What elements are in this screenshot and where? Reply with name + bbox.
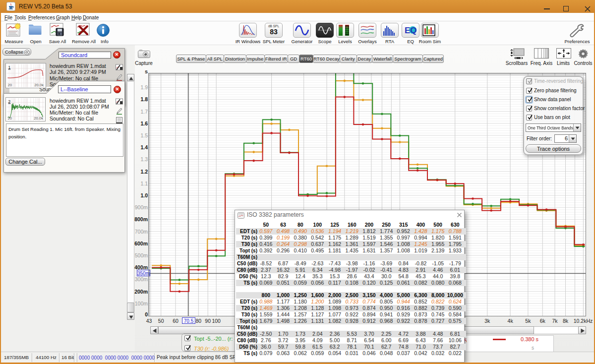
- svg-text:2: 2: [8, 99, 10, 104]
- svg-text:20.0k: 20.0k: [34, 116, 43, 121]
- svg-text:EQ: EQ: [405, 26, 417, 35]
- svg-text:20: 20: [8, 116, 12, 121]
- svg-text:1: 1: [8, 65, 10, 70]
